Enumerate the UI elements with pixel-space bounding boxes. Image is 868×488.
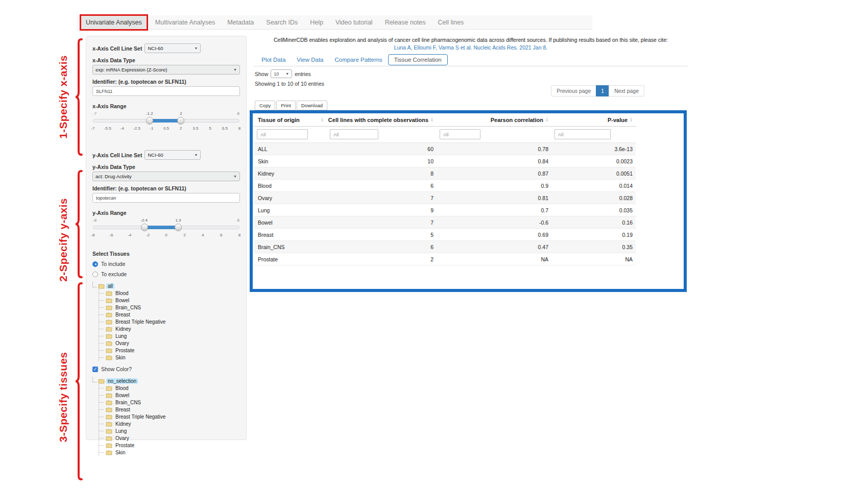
column-header-cell-lines-with-complete-observations[interactable]: Cell lines with complete observations▲▼ (327, 113, 437, 127)
sort-icon[interactable]: ▲▼ (430, 117, 433, 123)
tree-node-brain-cns[interactable]: Brain_CNS (99, 304, 240, 311)
tree-node-breast[interactable]: Breast (99, 406, 240, 413)
slider-handle-to[interactable] (177, 117, 184, 124)
tree-node-brain-cns[interactable]: Brain_CNS (99, 399, 240, 406)
tree-node-breast-triple-negative[interactable]: Breast Triple Negative (99, 318, 240, 325)
download-button[interactable]: Download (297, 101, 327, 110)
tree-node-breast[interactable]: Breast (99, 311, 240, 318)
y-range-slider[interactable]: -88-2.41.3-8-6-4-202468 (92, 218, 240, 241)
tab-compare-patterns[interactable]: Compare Patterns (329, 55, 388, 65)
tree-node-kidney[interactable]: Kidney (99, 420, 240, 427)
slider-handle-to[interactable] (175, 224, 182, 231)
tree-node-skin[interactable]: Skin (99, 354, 240, 361)
next-page-button[interactable]: Next page (609, 85, 644, 96)
slider-tick-label: 6.5 (222, 126, 228, 131)
tree-node-skin[interactable]: Skin (99, 449, 240, 456)
citation-link[interactable]: Luna A, Elloumi F, Varma S et al. Nuclei… (254, 44, 688, 51)
chevron-down-icon: ▼ (233, 175, 237, 178)
folder-icon (106, 333, 112, 339)
show-entries-prefix: Show (255, 71, 268, 77)
slider-tick-label: -7 (91, 126, 94, 131)
previous-page-button[interactable]: Previous page (551, 85, 596, 96)
slider-tick-label: 8 (238, 126, 240, 131)
tree-node-lung[interactable]: Lung (99, 332, 240, 339)
entries-count-select[interactable]: 10 ▼ (271, 69, 292, 78)
folder-icon (106, 290, 112, 296)
filter-input-pearson-correlation[interactable] (440, 129, 480, 139)
tree-node-blood[interactable]: Blood (99, 289, 240, 297)
tree-node-label: Kidney (114, 421, 133, 427)
tree-node-bowel[interactable]: Bowel (99, 297, 240, 304)
table-cell: 0.81 (437, 192, 551, 204)
table-cell: 5 (327, 229, 437, 241)
tree-node-lung[interactable]: Lung (99, 427, 240, 434)
nav-item-video-tutorial[interactable]: Video tutorial (329, 16, 379, 29)
intro-text: CellMinerCDB enables exploration and ana… (254, 37, 688, 43)
sort-icon[interactable]: ▲▼ (630, 117, 633, 123)
step2-bracket (75, 170, 83, 278)
folder-icon (106, 428, 112, 434)
show-color-checkbox[interactable]: ✓ (92, 367, 98, 372)
nav-item-release-notes[interactable]: Release notes (379, 16, 432, 29)
slider-handle-from[interactable] (141, 224, 148, 231)
tree-node-prostate[interactable]: Prostate (99, 442, 240, 449)
tree-node-blood[interactable]: Blood (99, 384, 240, 392)
y-identifier-input[interactable] (92, 193, 240, 203)
print-button[interactable]: Print (276, 101, 296, 110)
table-cell: 6 (327, 180, 437, 192)
radio-to-exclude[interactable]: To exclude (92, 271, 240, 277)
radio-button-icon[interactable] (92, 261, 98, 267)
table-row: Brain_CNS60.470.35 (254, 241, 636, 253)
tree-node-all[interactable]: all (92, 282, 240, 289)
filter-input-cell-lines-with-complete-observations[interactable] (330, 129, 378, 139)
x-range-label: x-Axis Range (92, 103, 240, 109)
filter-input-tissue-of-origin[interactable] (257, 129, 308, 139)
nav-item-univariate-analyses[interactable]: Univariate Analyses (80, 14, 148, 31)
page-1-button[interactable]: 1 (596, 85, 609, 96)
tree-node-kidney[interactable]: Kidney (99, 325, 240, 332)
tree-node-ovary[interactable]: Ovary (99, 434, 240, 442)
tree-node-label: Prostate (114, 443, 136, 448)
y-cell-line-set-select[interactable]: NCI-60 ▼ (144, 150, 201, 160)
folder-icon (98, 283, 105, 289)
step1-bracket (75, 38, 83, 156)
radio-button-icon[interactable] (92, 272, 98, 277)
filter-input-p-value[interactable] (554, 129, 611, 139)
column-header-tissue-of-origin[interactable]: Tissue of origin▲▼ (254, 113, 327, 127)
sort-icon[interactable]: ▲▼ (545, 117, 548, 123)
nav-item-help[interactable]: Help (304, 16, 329, 29)
tree-node-no-selection[interactable]: no_selection (92, 377, 240, 384)
tree-node-breast-triple-negative[interactable]: Breast Triple Negative (99, 413, 240, 420)
folder-icon (98, 378, 105, 384)
x-range-slider[interactable]: -78-1.22-7-5.5-4-2.5-10.523.556.58 (92, 111, 240, 135)
slider-handle-from[interactable] (146, 117, 153, 124)
tree-node-prostate[interactable]: Prostate (99, 347, 240, 354)
radio-label: To include (101, 261, 125, 267)
tree-node-ovary[interactable]: Ovary (99, 339, 240, 347)
slider-track[interactable] (93, 119, 239, 123)
nav-item-cell-lines[interactable]: Cell lines (432, 16, 470, 29)
folder-icon (106, 355, 112, 360)
copy-button[interactable]: Copy (255, 101, 275, 110)
tab-tissue-correlation[interactable]: Tissue Correlation (388, 54, 448, 65)
slider-tick-label: 6 (220, 233, 222, 237)
x-identifier-input[interactable] (92, 86, 240, 96)
x-data-type-select[interactable]: exp: mRNA Expression (Z-Score) ▼ (92, 65, 240, 75)
slider-to-value: 1.3 (175, 218, 181, 223)
tab-plot-data[interactable]: Plot Data (256, 55, 291, 65)
slider-from-value: -2.4 (140, 218, 148, 223)
show-color-checkbox-row[interactable]: ✓ Show Color? (92, 366, 240, 372)
column-header-pearson-correlation[interactable]: Pearson correlation▲▼ (437, 113, 551, 127)
sort-icon[interactable]: ▲▼ (321, 117, 324, 123)
tab-view-data[interactable]: View Data (291, 55, 329, 65)
column-header-p-value[interactable]: P-value▲▼ (551, 113, 636, 127)
y-data-type-select[interactable]: act: Drug Activity ▼ (92, 172, 240, 181)
nav-item-search-ids[interactable]: Search IDs (260, 16, 304, 29)
nav-item-multivariate-analyses[interactable]: Multivariate Analyses (149, 16, 221, 29)
tree-node-bowel[interactable]: Bowel (99, 392, 240, 399)
x-cell-line-set-select[interactable]: NCI-60 ▼ (144, 43, 201, 53)
y-identifier-label: Identifier: (e.g. topotecan or SLFN11) (92, 185, 240, 191)
slider-track[interactable] (93, 226, 239, 229)
nav-item-metadata[interactable]: Metadata (221, 16, 260, 29)
radio-to-include[interactable]: To include (92, 261, 240, 267)
